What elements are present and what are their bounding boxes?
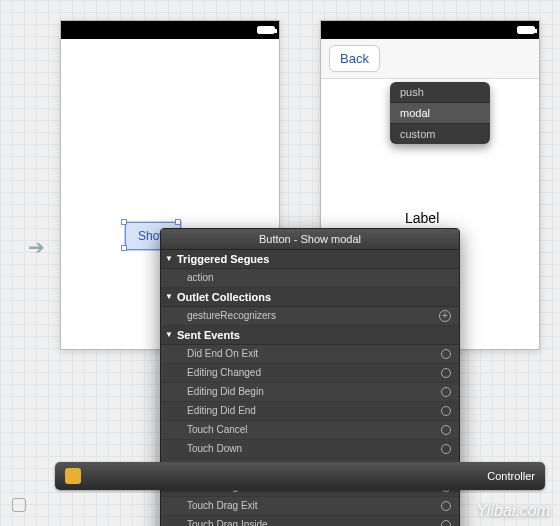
inspector-row-label: Touch Cancel [187, 423, 248, 437]
inspector-row[interactable]: Editing Did End [161, 402, 459, 421]
segue-menu-item-custom[interactable]: custom [390, 124, 490, 144]
connection-outlet-icon[interactable] [441, 349, 451, 359]
status-bar [321, 21, 539, 39]
back-button[interactable]: Back [329, 45, 380, 72]
inspector-row[interactable]: gestureRecognizers+ [161, 307, 459, 326]
controller-label: Controller [487, 470, 535, 482]
inspector-row-label: Editing Did End [187, 404, 256, 418]
connection-outlet-icon[interactable] [441, 406, 451, 416]
view-controller-icon[interactable] [65, 468, 81, 484]
segue-menu-item-modal[interactable]: modal [390, 103, 490, 124]
watermark: Yiibai.com [476, 502, 550, 520]
inspector-row-label: Did End On Exit [187, 347, 258, 361]
inspector-row[interactable]: Did End On Exit [161, 345, 459, 364]
inspector-row-label: Touch Drag Inside [187, 518, 268, 526]
initial-scene-arrow-icon: ➔ [28, 235, 45, 259]
inspector-row[interactable]: Touch Down [161, 440, 459, 459]
inspector-row[interactable]: Touch Drag Inside [161, 516, 459, 526]
battery-icon [257, 26, 275, 34]
connection-outlet-icon[interactable] [441, 425, 451, 435]
navigation-bar: Back [321, 39, 539, 79]
inspector-row-label: Touch Down [187, 442, 242, 456]
label-element[interactable]: Label [405, 210, 439, 226]
segue-menu-item-push[interactable]: push [390, 82, 490, 103]
resize-handle[interactable] [121, 219, 127, 225]
inspector-section-header[interactable]: Triggered Segues [161, 250, 459, 269]
connection-outlet-icon[interactable] [441, 501, 451, 511]
inspector-row[interactable]: Touch Drag Exit [161, 497, 459, 516]
inspector-row-label: gestureRecognizers [187, 309, 276, 323]
inspector-row[interactable]: Touch Cancel [161, 421, 459, 440]
inspector-title: Button - Show modal [161, 229, 459, 250]
connection-outlet-icon[interactable] [441, 520, 451, 526]
connection-outlet-icon[interactable] [441, 368, 451, 378]
add-connection-icon[interactable]: + [439, 310, 451, 322]
inspector-row-label: Editing Changed [187, 366, 261, 380]
inspector-row[interactable]: action [161, 269, 459, 288]
connection-outlet-icon[interactable] [441, 387, 451, 397]
segue-type-menu: pushmodalcustom [390, 82, 490, 144]
inspector-row-label: action [187, 271, 214, 285]
resize-handle[interactable] [175, 219, 181, 225]
inspector-row-label: Touch Drag Exit [187, 499, 258, 513]
scene-dock[interactable]: Controller [55, 462, 545, 490]
inspector-row-label: Editing Did Begin [187, 385, 264, 399]
inspector-section-header[interactable]: Sent Events [161, 326, 459, 345]
resize-handle[interactable] [121, 245, 127, 251]
inspector-row[interactable]: Editing Did Begin [161, 383, 459, 402]
document-outline-toggle-icon[interactable] [12, 498, 26, 512]
connection-outlet-icon[interactable] [441, 444, 451, 454]
status-bar [61, 21, 279, 39]
battery-icon [517, 26, 535, 34]
inspector-section-header[interactable]: Outlet Collections [161, 288, 459, 307]
inspector-row[interactable]: Editing Changed [161, 364, 459, 383]
